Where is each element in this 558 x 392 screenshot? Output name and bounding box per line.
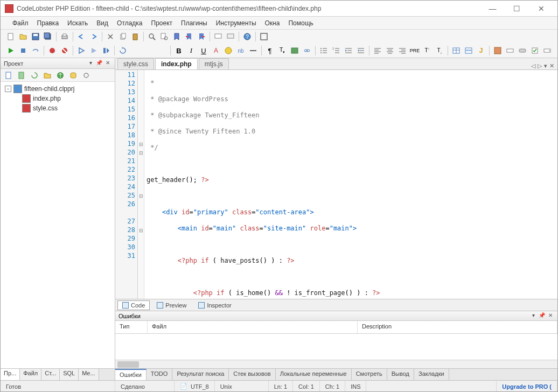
project-tab-project[interactable]: Пр...: [1, 369, 20, 380]
menu-debug[interactable]: Отладка: [113, 18, 147, 29]
tab-index-php[interactable]: index.php: [155, 58, 198, 69]
project-new-icon[interactable]: [3, 69, 15, 81]
open-button[interactable]: [17, 31, 29, 43]
js-button[interactable]: J: [475, 45, 487, 57]
maximize-button[interactable]: ☐: [505, 1, 529, 16]
project-tab-sql[interactable]: SQL: [60, 369, 79, 380]
step-over-button[interactable]: [30, 45, 41, 57]
tab-prev-icon[interactable]: ◁: [531, 62, 535, 69]
input-button[interactable]: [504, 45, 516, 57]
menu-file[interactable]: Файл: [8, 18, 33, 29]
sub-button[interactable]: T↓: [434, 45, 445, 57]
editor-tab-preview[interactable]: Preview: [152, 300, 191, 310]
project-open-icon[interactable]: [16, 69, 27, 81]
project-tab-file[interactable]: Файл: [20, 369, 41, 380]
project-db-icon[interactable]: [67, 69, 79, 81]
uncomment-button[interactable]: [225, 31, 236, 43]
menu-edit[interactable]: Правка: [33, 18, 64, 29]
menu-windows[interactable]: Окна: [261, 18, 284, 29]
prev-bookmark-button[interactable]: [183, 31, 195, 43]
table-button[interactable]: [450, 45, 462, 57]
errors-col-desc[interactable]: Description: [358, 321, 557, 333]
menu-tools[interactable]: Инструменты: [212, 18, 261, 29]
editor-body[interactable]: 111213 141516 171819 202122 232425 2627 …: [115, 70, 557, 299]
help-button[interactable]: ?: [241, 31, 253, 43]
errors-tab-search[interactable]: Результат поиска: [172, 369, 229, 380]
step-into-button[interactable]: [75, 45, 87, 57]
fullscreen-button[interactable]: [258, 31, 270, 43]
find-button[interactable]: [146, 31, 158, 43]
project-refresh-icon[interactable]: [29, 69, 40, 81]
stop-button[interactable]: [17, 45, 29, 57]
status-ins[interactable]: INS: [345, 381, 366, 392]
tab-next-icon[interactable]: ▷: [538, 62, 542, 69]
paragraph-button[interactable]: ¶: [264, 45, 276, 57]
pre-button[interactable]: PRE: [409, 45, 421, 57]
project-folder-icon[interactable]: [41, 69, 53, 81]
minimize-button[interactable]: —: [480, 1, 505, 16]
outdent-button[interactable]: [355, 45, 367, 57]
panel-dropdown-icon[interactable]: ▾: [87, 60, 94, 67]
print-button[interactable]: [59, 31, 71, 43]
italic-button[interactable]: I: [185, 45, 197, 57]
project-tab-me[interactable]: Me...: [79, 369, 99, 380]
code-content[interactable]: * * @package WordPress * @subpackage Twe…: [144, 70, 557, 299]
list-ul-button[interactable]: [318, 45, 330, 57]
editor-tab-inspector[interactable]: Inspector: [193, 300, 236, 310]
run-button[interactable]: [5, 45, 17, 57]
errors-pin-icon[interactable]: 📌: [538, 312, 546, 320]
link-button[interactable]: [301, 45, 313, 57]
menu-help[interactable]: Помощь: [284, 18, 317, 29]
status-eol[interactable]: Unix: [215, 381, 269, 392]
errors-tab-output[interactable]: Вывод: [387, 369, 414, 380]
project-tab-structure[interactable]: Ст...: [41, 369, 60, 380]
tab-mtjs-js[interactable]: mtjs.js: [199, 58, 229, 69]
tree-expand-icon[interactable]: −: [5, 86, 11, 92]
row-button[interactable]: [463, 45, 475, 57]
copy-button[interactable]: [117, 31, 129, 43]
breakpoint-button[interactable]: [46, 45, 58, 57]
emoji-button[interactable]: [222, 45, 234, 57]
errors-tab-bookmarks[interactable]: Закладки: [414, 369, 449, 380]
comment-button[interactable]: [212, 31, 224, 43]
select-button[interactable]: [541, 45, 553, 57]
errors-close-icon[interactable]: ✕: [547, 312, 554, 320]
tree-root[interactable]: − fifteen-child.clpprj: [3, 84, 113, 94]
align-right-button[interactable]: [396, 45, 408, 57]
continue-button[interactable]: [100, 45, 112, 57]
bold-button[interactable]: B: [173, 45, 185, 57]
panel-pin-icon[interactable]: 📌: [95, 60, 103, 67]
hr-button[interactable]: [247, 45, 259, 57]
panel-close-icon[interactable]: ✕: [104, 60, 111, 67]
font-button[interactable]: A: [210, 45, 222, 57]
editor-tab-code[interactable]: Code: [117, 300, 150, 310]
next-bookmark-button[interactable]: [196, 31, 207, 43]
errors-tab-stack[interactable]: Стек вызовов: [229, 369, 275, 380]
errors-dropdown-icon[interactable]: ▾: [529, 312, 537, 320]
new-file-button[interactable]: [5, 31, 17, 43]
errors-tab-todo[interactable]: TODO: [147, 369, 173, 380]
tab-style-css[interactable]: style.css: [117, 58, 154, 69]
align-left-button[interactable]: [372, 45, 383, 57]
tree-file-index[interactable]: index.php: [3, 94, 113, 103]
menu-view[interactable]: Вид: [92, 18, 113, 29]
redo-button[interactable]: [88, 31, 100, 43]
cut-button[interactable]: [104, 31, 116, 43]
errors-scrollbar[interactable]: [115, 360, 557, 368]
upgrade-link[interactable]: Upgrade to PRO (: [497, 381, 557, 392]
form-button[interactable]: [492, 45, 504, 57]
bookmark-button[interactable]: [171, 31, 183, 43]
menu-plugins[interactable]: Плагины: [177, 18, 212, 29]
tab-close-icon[interactable]: ✕: [549, 62, 554, 69]
step-out-button[interactable]: [88, 45, 100, 57]
underline-button[interactable]: U: [198, 45, 210, 57]
errors-tab-errors[interactable]: Ошибки: [115, 369, 147, 380]
close-button[interactable]: ✕: [529, 1, 553, 16]
project-settings-icon[interactable]: [80, 69, 92, 81]
menu-search[interactable]: Искать: [63, 18, 92, 29]
errors-col-type[interactable]: Тип: [115, 321, 148, 333]
breakpoint-off-button[interactable]: [59, 45, 71, 57]
align-center-button[interactable]: [384, 45, 396, 57]
indent-button[interactable]: [343, 45, 354, 57]
errors-tab-locals[interactable]: Локальные переменные: [276, 369, 352, 380]
